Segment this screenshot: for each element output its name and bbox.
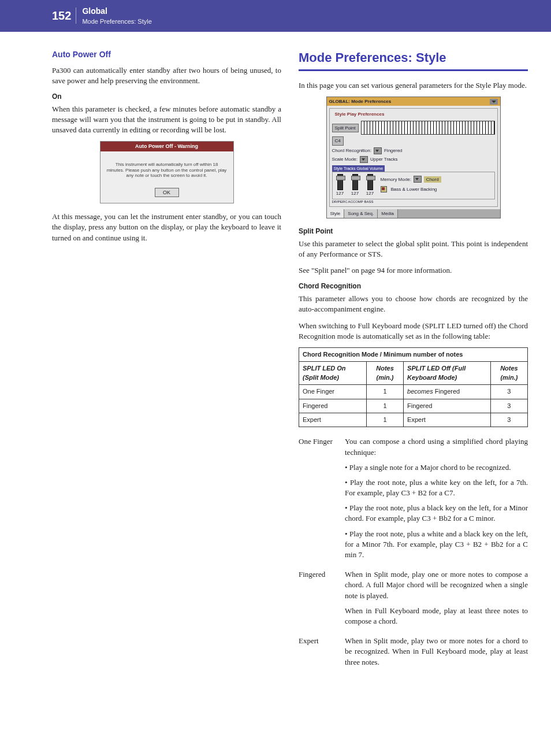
- memory-mode-label: Memory Mode:: [381, 176, 411, 183]
- auto-power-off-heading: Auto Power Off: [52, 49, 281, 61]
- warning-dialog: Auto Power Off - Warning This instrument…: [100, 141, 234, 203]
- table-caption: Chord Recognition Mode / Minimum number …: [299, 348, 528, 362]
- def-onefinger-c: • Play the root note, plus a white key o…: [345, 477, 528, 498]
- tab-song-seq[interactable]: Song & Seq.: [344, 209, 378, 218]
- memory-mode-value: Chord: [424, 176, 441, 183]
- chord-rec-table: Chord Recognition Mode / Minimum number …: [299, 347, 528, 427]
- def-onefinger-e: • Play the root note, plus a white and a…: [345, 529, 528, 561]
- chord-p2: When switching to Full Keyboard mode (SP…: [299, 321, 528, 342]
- slider-val-3: 127: [364, 190, 376, 197]
- table-row: One Finger 1 becomes Fingered 3: [299, 385, 528, 399]
- ui-group-title: Style Play Preferences: [333, 111, 386, 117]
- bass-lower-label: Bass & Lower Backing: [391, 186, 437, 192]
- chord-p1: This parameter allows you to choose how …: [299, 294, 528, 314]
- warning-title: Auto Power Off - Warning: [100, 142, 233, 151]
- page-number: 152: [0, 8, 76, 24]
- chord-rec-dropdown-icon[interactable]: [374, 147, 382, 154]
- ui-menu-dropdown-icon[interactable]: [490, 99, 498, 105]
- warning-ok-button[interactable]: OK: [155, 188, 179, 198]
- apo-para-3: At this message, you can let the instrum…: [52, 212, 281, 243]
- split-point-value[interactable]: C4: [332, 136, 344, 145]
- tab-style[interactable]: Style: [327, 209, 345, 218]
- warning-body: This instrument will automatically turn …: [100, 151, 233, 182]
- memory-mode-dropdown-icon[interactable]: [414, 176, 422, 183]
- table-row: Expert 1 Expert 3: [299, 413, 528, 427]
- def-term-expert: Expert: [299, 636, 339, 672]
- th-notes-2: Notes (min.): [490, 362, 527, 385]
- mode-pref-ui: GLOBAL: Mode Preferences Style Play Pref…: [326, 97, 501, 218]
- table-row: Fingered 1 Fingered 3: [299, 399, 528, 413]
- keyboard-graphic: [361, 121, 495, 135]
- th-notes-1: Notes (min.): [366, 362, 403, 385]
- th-split-on: SPLIT LED On (Split Mode): [299, 362, 367, 385]
- def-onefinger-a: You can compose a chord using a simplifi…: [345, 436, 528, 457]
- scale-mode-dropdown-icon[interactable]: [360, 156, 368, 163]
- apo-para-1: Pa300 can automatically enter standby af…: [52, 65, 281, 86]
- chord-rec-heading: Chord Recognition: [299, 281, 528, 291]
- chord-rec-value: Fingered: [384, 147, 403, 154]
- page-header: 152 Global Mode Preferences: Style: [0, 0, 551, 32]
- def-term-fingered: Fingered: [299, 569, 339, 631]
- th-split-off: SPLIT LED Off (Full Keyboard Mode): [404, 362, 491, 385]
- left-column: Auto Power Off Pa300 can automatically e…: [52, 49, 281, 677]
- def-term-one-finger: One Finger: [299, 436, 339, 565]
- ui-window-title: GLOBAL: Mode Preferences: [329, 98, 392, 105]
- chord-rec-label: Chord Recognition:: [332, 147, 371, 154]
- split-point-button[interactable]: Split Point: [332, 124, 359, 132]
- mode-pref-intro: In this page you can set various general…: [299, 80, 528, 91]
- subgroup-title: Style Tracks Global Volume: [332, 165, 385, 172]
- volume-slider-drperc[interactable]: 127: [334, 174, 346, 197]
- heading-rule: [299, 69, 528, 71]
- slider-label-3: BASS: [364, 199, 379, 204]
- slider-val-2: 127: [349, 190, 361, 197]
- scale-mode-label: Scale Mode:: [332, 156, 358, 162]
- split-p2: See "Split panel" on page 94 for more in…: [299, 265, 528, 276]
- volume-slider-bass[interactable]: 127: [364, 174, 376, 197]
- scale-mode-value: Upper Tracks: [370, 156, 398, 162]
- bass-lower-checkbox[interactable]: [381, 186, 387, 192]
- on-label: On: [52, 92, 281, 102]
- header-subtitle: Mode Preferences: Style: [82, 17, 151, 26]
- def-onefinger-d: • Play the root note, plus a black key o…: [345, 503, 528, 524]
- def-expert-a: When in Split mode, play two or more not…: [345, 636, 528, 668]
- volume-slider-accomp[interactable]: 127: [349, 174, 361, 197]
- def-fingered-b: When in Full Keyboard mode, play at leas…: [345, 606, 528, 627]
- split-p1: Use this parameter to select the global …: [299, 239, 528, 260]
- def-onefinger-b: • Play a single note for a Major chord t…: [345, 462, 528, 473]
- slider-label-2: ACCOMP: [348, 199, 363, 204]
- slider-val-1: 127: [334, 190, 346, 197]
- split-point-heading: Split Point: [299, 227, 528, 236]
- def-fingered-a: When in Split mode, play one or more not…: [345, 569, 528, 601]
- tab-media[interactable]: Media: [378, 209, 398, 218]
- right-column: Mode Preferences: Style In this page you…: [299, 49, 528, 677]
- slider-label-1: DR/PERC: [332, 199, 347, 204]
- mode-pref-heading: Mode Preferences: Style: [299, 49, 528, 67]
- header-title: Global: [82, 6, 151, 17]
- apo-para-2: When this parameter is checked, a few mi…: [52, 104, 281, 136]
